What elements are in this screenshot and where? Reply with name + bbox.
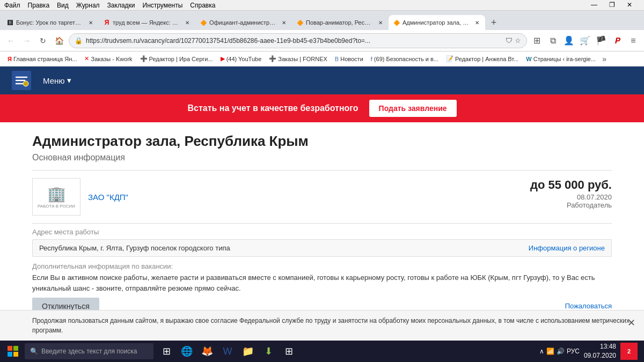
shield-icon[interactable]: 🛡 (506, 36, 513, 45)
tab-1-favicon: 🅱 (6, 19, 14, 26)
cookie-close-button[interactable]: ✕ (627, 316, 635, 330)
tab-2-favicon: Я (103, 19, 111, 26)
pinterest-icon[interactable]: 𝙋 (611, 34, 624, 47)
extra-info-title: Дополнительная информация по вакансии: (32, 262, 612, 270)
bookmark-security[interactable]: f (69) Безопасность и в... (368, 55, 442, 63)
tab-2-label: труд всем — Яндекс: нашлос... (113, 19, 179, 26)
editor1-icon: ➕ (140, 55, 148, 62)
new-tab-button[interactable]: + (486, 15, 501, 30)
window-controls: — ❐ ✕ (591, 1, 640, 9)
bookmarks-more[interactable]: » (600, 55, 609, 63)
menu-help[interactable]: Справка (190, 2, 215, 9)
firefox-icon[interactable]: 🦊 (197, 342, 217, 361)
menu-view[interactable]: Вид (57, 2, 69, 9)
more-icon[interactable]: ≡ (627, 34, 640, 47)
address-bar: ← → ↻ 🏠 🔒 https://trudvsem.ru/vacancy/ca… (0, 30, 644, 51)
chevron-up-icon[interactable]: ∧ (539, 348, 544, 355)
tab-4[interactable]: 🔶 Повар-аниматор, Республика... ✕ (292, 15, 389, 30)
tab-4-favicon: 🔶 (296, 19, 304, 26)
edge-icon[interactable]: 🌐 (177, 342, 196, 361)
taskbar-search[interactable]: 🔍 Введите здесь текст для поиска (25, 343, 153, 359)
tab-5[interactable]: 🔶 Администратор зала, Республ... ✕ (389, 15, 485, 30)
tab-3-label: Официант-администратор, Р... (209, 19, 276, 26)
svg-point-1 (23, 81, 28, 86)
explorer-icon[interactable]: 📁 (238, 342, 258, 361)
download-icon[interactable]: ⬇ (259, 342, 278, 361)
home-button[interactable]: 🏠 (53, 34, 65, 47)
menu-edit[interactable]: Правка (28, 2, 50, 9)
menu-journal[interactable]: Журнал (76, 2, 100, 9)
tab-5-favicon: 🔶 (393, 19, 400, 26)
bookmark-yandex[interactable]: Я Главная страница Ян... (4, 55, 80, 63)
tabs-bar: 🅱 Бонус: Урок по таргету от @d... ✕ Я тр… (0, 11, 644, 30)
youtube-icon: ▶ (221, 55, 225, 62)
tab-1-close[interactable]: ✕ (87, 19, 94, 26)
tab-4-label: Повар-аниматор, Республика... (306, 19, 372, 26)
tab-2[interactable]: Я труд всем — Яндекс: нашлос... ✕ (99, 15, 195, 30)
banner-text: Встать на учет в качестве безработного (187, 104, 358, 113)
tab-5-close[interactable]: ✕ (473, 19, 481, 26)
bookmark-fornex[interactable]: ➕ Заказы | FORNEX (266, 54, 331, 63)
back-button[interactable]: ← (4, 34, 17, 47)
salary-amount: до 55 000 руб. (530, 178, 612, 192)
cart-icon[interactable]: 🛒 (579, 34, 591, 47)
svg-rect-3 (13, 346, 18, 351)
bookmark-editor1[interactable]: ➕ Редактор | Ира Серги... (137, 54, 216, 63)
logo-emblem (11, 70, 32, 91)
extensions-icon[interactable]: ⊞ (530, 34, 543, 47)
forward-button[interactable]: → (20, 34, 33, 47)
apps-icon[interactable]: ⊞ (279, 342, 298, 361)
bookmark-news[interactable]: В Новости (332, 55, 367, 63)
tab-3-favicon: 🔶 (200, 19, 207, 26)
company-logo-box: 🏢 РАБОТА В РОСИИ (32, 178, 80, 216)
notification-badge[interactable]: 2 (620, 343, 638, 360)
taskbar-right: ∧ 📶 🔊 РУС 13:48 09.07.2020 2 (539, 342, 642, 360)
account-icon[interactable]: 👤 (562, 34, 575, 47)
bookmark-fornex-label: Заказы | FORNEX (278, 56, 327, 62)
clock-date: 09.07.2020 (584, 351, 616, 360)
tab-3-close[interactable]: ✕ (280, 19, 288, 26)
flag-icon[interactable]: 🏴 (595, 34, 608, 47)
minimize-button[interactable]: — (591, 1, 597, 9)
start-button[interactable] (2, 341, 24, 362)
close-button[interactable]: ✕ (627, 1, 632, 9)
company-name-link[interactable]: ЗАО "КДП" (88, 193, 128, 202)
bookmark-editor2[interactable]: 📝 Редактор | Анжела Вт... (443, 54, 522, 63)
system-icons: ∧ 📶 🔊 РУС (539, 348, 580, 355)
red-banner: Встать на учет в качестве безработного П… (0, 94, 644, 122)
word-icon[interactable]: W (218, 342, 237, 361)
tab-5-label: Администратор зала, Республ... (402, 19, 469, 26)
bookmark-youtube[interactable]: ▶ (44) YouTube (217, 54, 265, 63)
reload-button[interactable]: ↻ (36, 34, 49, 47)
maximize-button[interactable]: ❐ (609, 1, 615, 9)
language-indicator: РУС (567, 348, 580, 355)
main-content: Администратор зала, Республика Крым Осно… (0, 122, 644, 326)
bookmark-news-label: Новости (340, 56, 363, 62)
url-bar[interactable]: 🔒 https://trudvsem.ru/vacancy/card/10277… (69, 33, 527, 48)
taskview-icon[interactable]: ⊞ (157, 342, 176, 361)
address-label: Адрес места работы (32, 228, 612, 236)
tab-1-label: Бонус: Урок по таргету от @d... (16, 19, 83, 26)
tab-1[interactable]: 🅱 Бонус: Урок по таргету от @d... ✕ (2, 15, 99, 30)
tab-4-close[interactable]: ✕ (377, 19, 384, 26)
bookmark-star-icon[interactable]: ☆ (515, 36, 521, 45)
url-text: https://trudvsem.ru/vacancy/card/1027700… (86, 37, 502, 45)
menu-bookmarks[interactable]: Закладки (107, 2, 135, 9)
page-title: Администратор зала, Республика Крым (32, 133, 612, 150)
salary-date: 08.07.2020 (530, 193, 612, 201)
menu-file[interactable]: Файл (4, 2, 20, 9)
tab-overview-icon[interactable]: ⧉ (546, 34, 559, 47)
menu-tools[interactable]: Инструменты (143, 2, 183, 9)
banner-submit-button[interactable]: Подать заявление (369, 100, 457, 117)
company-row: 🏢 РАБОТА В РОСИИ ЗАО "КДП" до 55 000 руб… (32, 170, 612, 216)
volume-icon[interactable]: 🔊 (557, 348, 565, 355)
bookmark-kwork[interactable]: ✕ Заказы - Kwork (81, 54, 135, 63)
main-menu-button[interactable]: Меню ▾ (38, 72, 77, 88)
tab-3[interactable]: 🔶 Официант-администратор, Р... ✕ (195, 15, 292, 30)
report-link[interactable]: Пожаловаться (565, 302, 612, 310)
bookmark-wp[interactable]: W Страницы ‹ ira-sergie... (523, 55, 599, 63)
region-info-link[interactable]: Информация о регионе (529, 244, 605, 252)
yandex-icon: Я (8, 56, 12, 62)
fornex-icon: ➕ (269, 55, 276, 62)
tab-2-close[interactable]: ✕ (184, 19, 191, 26)
